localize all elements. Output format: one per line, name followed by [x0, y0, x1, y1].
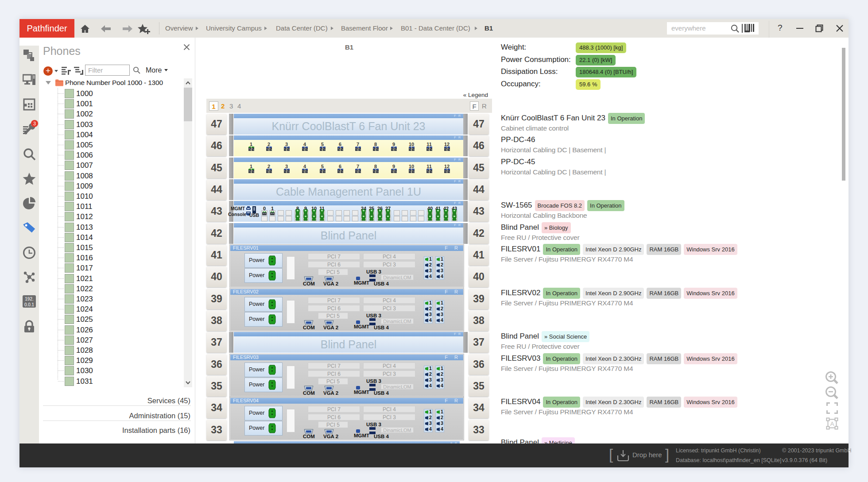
- svg-text:A: A: [830, 420, 834, 427]
